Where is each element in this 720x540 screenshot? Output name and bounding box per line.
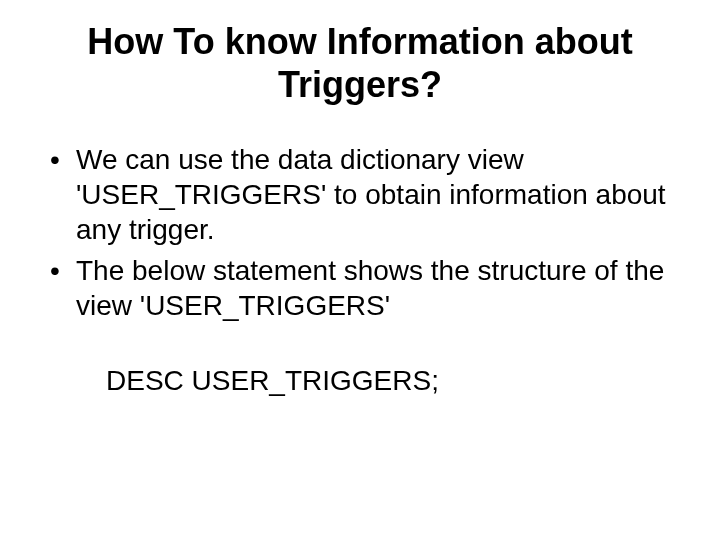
list-item: The below statement shows the structure … <box>48 253 672 323</box>
slide-title: How To know Information about Triggers? <box>48 20 672 106</box>
bullet-list: We can use the data dictionary view 'USE… <box>48 142 672 323</box>
list-item: We can use the data dictionary view 'USE… <box>48 142 672 247</box>
code-statement: DESC USER_TRIGGERS; <box>48 363 672 399</box>
